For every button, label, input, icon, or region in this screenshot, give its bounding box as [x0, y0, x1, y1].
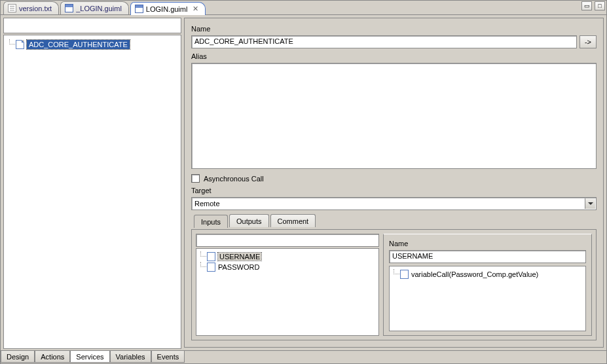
editor-body: ADC_CORE_AUTHENTICATE Name ADC_CORE_AUTH…	[1, 15, 606, 350]
tab-outputs[interactable]: Outputs	[229, 214, 269, 227]
expression-tree[interactable]: variableCall(Password_Comp.getValue)	[389, 266, 586, 331]
async-call-label: Asynchronous Call	[204, 175, 264, 183]
services-filter-input[interactable]	[3, 18, 181, 33]
editor-area: version.txt _LOGIN.guiml LOGIN.guiml ✕ ▭…	[0, 0, 607, 364]
bottom-tab-design[interactable]: Design	[1, 351, 35, 363]
target-select[interactable]: Remote	[191, 197, 597, 210]
name-label: Name	[191, 24, 597, 33]
goto-service-button[interactable]: ->	[579, 35, 597, 48]
tab-comment[interactable]: Comment	[270, 214, 316, 227]
close-icon[interactable]: ✕	[193, 5, 198, 13]
param-icon	[207, 263, 215, 272]
param-icon	[207, 252, 215, 261]
alias-label: Alias	[191, 51, 597, 60]
maximize-button[interactable]: □	[595, 1, 605, 10]
service-form-panel: Name ADC_CORE_AUTHENTICATE -> Alias Asyn…	[184, 18, 604, 348]
file-tab-version-txt[interactable]: version.txt	[3, 1, 59, 14]
bottom-tab-variables[interactable]: Variables	[110, 351, 151, 363]
params-tab-strip: Inputs Outputs Comment	[191, 213, 597, 227]
editor-window-controls: ▭ □	[581, 1, 605, 10]
param-item-username[interactable]: USERNAME	[198, 251, 377, 262]
service-tree-item[interactable]: ADC_CORE_AUTHENTICATE	[7, 39, 178, 50]
param-label: PASSWORD	[218, 263, 259, 271]
bottom-tab-actions[interactable]: Actions	[35, 351, 70, 363]
expression-icon	[400, 270, 409, 279]
target-label: Target	[191, 185, 597, 194]
param-name-label: Name	[389, 238, 586, 247]
async-call-checkbox[interactable]	[191, 174, 200, 183]
param-label: USERNAME	[218, 253, 261, 261]
file-tab-login-guiml[interactable]: LOGIN.guiml ✕	[130, 2, 206, 15]
service-form-pane: Name ADC_CORE_AUTHENTICATE -> Alias Asyn…	[183, 15, 606, 350]
services-tree[interactable]: ADC_CORE_AUTHENTICATE	[3, 35, 181, 349]
param-item-password[interactable]: PASSWORD	[198, 262, 377, 272]
guiml-file-icon	[65, 4, 73, 12]
guiml-file-icon	[135, 5, 143, 13]
alias-input[interactable]	[191, 63, 597, 169]
file-tab-label: version.txt	[19, 5, 52, 12]
file-tab-label: _LOGIN.guiml	[76, 5, 122, 12]
expression-label: variableCall(Password_Comp.getValue)	[411, 270, 538, 278]
chevron-down-icon	[585, 198, 595, 209]
minimize-button[interactable]: ▭	[581, 1, 592, 10]
params-column: USERNAME PASSWORD	[196, 234, 379, 336]
inputs-panel: USERNAME PASSWORD Name USERNAME	[191, 229, 597, 340]
target-select-value: Remote	[194, 200, 220, 208]
params-tree[interactable]: USERNAME PASSWORD	[196, 248, 379, 336]
file-tab-login-guiml-underscore[interactable]: _LOGIN.guiml	[60, 1, 129, 14]
params-filter-input[interactable]	[196, 234, 379, 247]
param-detail-column: Name USERNAME variableCall(Password_Comp…	[383, 234, 592, 336]
text-file-icon	[8, 4, 16, 12]
tab-inputs[interactable]: Inputs	[194, 215, 228, 228]
bottom-tab-services[interactable]: Services	[70, 351, 109, 363]
bottom-tab-strip: Design Actions Services Variables Events	[1, 350, 606, 363]
async-call-row: Asynchronous Call	[191, 172, 597, 183]
file-tab-label: LOGIN.guiml	[146, 5, 188, 13]
param-name-value[interactable]: USERNAME	[389, 250, 586, 263]
expression-item[interactable]: variableCall(Password_Comp.getValue)	[391, 269, 584, 280]
service-icon	[16, 40, 24, 49]
bottom-tab-events[interactable]: Events	[151, 351, 185, 363]
file-tab-strip: version.txt _LOGIN.guiml LOGIN.guiml ✕ ▭…	[1, 1, 606, 15]
services-left-pane: ADC_CORE_AUTHENTICATE	[1, 15, 183, 350]
service-tree-item-label: ADC_CORE_AUTHENTICATE	[27, 40, 130, 49]
name-input[interactable]: ADC_CORE_AUTHENTICATE	[191, 35, 577, 48]
